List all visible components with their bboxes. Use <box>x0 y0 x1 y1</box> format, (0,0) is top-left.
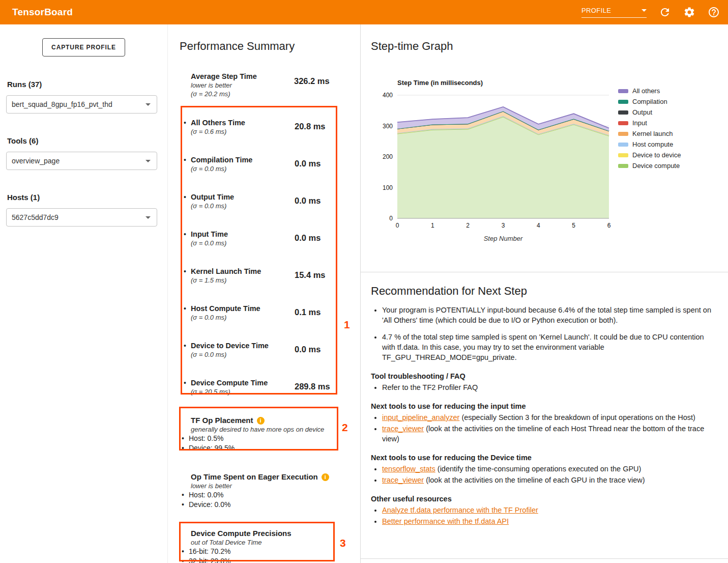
rec-section-list: input_pipeline_analyzer (especially Sect… <box>371 412 714 444</box>
bullet-icon <box>184 119 191 150</box>
info-icon[interactable] <box>322 473 329 481</box>
help-icon[interactable] <box>708 6 720 18</box>
metric-value: 0.1 ms <box>295 304 339 335</box>
info-icon[interactable] <box>257 417 265 425</box>
runs-group: Runs (37) bert_squad_8gpu_fp16_pvt_thd <box>6 79 157 114</box>
dashboard-select[interactable]: PROFILE <box>581 7 647 18</box>
legend-item: Host compute <box>618 139 681 150</box>
rec-item: Refer to the TF2 Profiler FAQ <box>382 382 714 392</box>
runs-select[interactable]: bert_squad_8gpu_fp16_pvt_thd <box>6 95 157 114</box>
rec-section-list: tensorflow_stats (identify the time-cons… <box>371 464 714 485</box>
host-percent: Host: 0.0% <box>189 490 223 500</box>
device-compute-precisions-note: out of Total Device Time <box>191 538 360 547</box>
performance-summary-panel: Performance Summary Average Step Time lo… <box>168 24 360 563</box>
legend-label: Device to device <box>632 151 681 159</box>
tf-op-placement-note: generally desired to have more ops on de… <box>191 425 360 434</box>
rec-section-heading: Next tools to use for reducing the Devic… <box>371 453 714 463</box>
tensorflow-stats-link[interactable]: tensorflow_stats <box>382 465 435 473</box>
metric-label: Device Compute Time <box>191 379 295 387</box>
precision-16bit: 16-bit: 70.2% <box>189 547 231 556</box>
metric-label: Device to Device Time <box>191 342 295 350</box>
legend-swatch <box>618 143 628 147</box>
recommendation-text: 4.7 % of the total step time sampled is … <box>382 333 704 361</box>
metric-row: Kernel Launch Time (σ = 1.5 ms) 15.4 ms <box>180 261 339 298</box>
app-title: TensorBoard <box>12 7 73 18</box>
metric-value: 20.8 ms <box>295 119 339 150</box>
settings-gear-icon[interactable] <box>683 6 695 18</box>
eager-execution-note: lower is better <box>191 482 360 490</box>
bullet-icon <box>184 230 191 261</box>
metric-row: Host Compute Time (σ = 0.0 ms) 0.1 ms <box>180 298 339 335</box>
bullet-icon <box>182 500 189 510</box>
recommendation-text: Your program is POTENTIALLY input-bound … <box>382 306 711 324</box>
bullet-icon <box>182 547 189 556</box>
hosts-select[interactable]: 5627c5dd7dc9 <box>6 208 157 227</box>
refresh-icon[interactable] <box>659 6 671 18</box>
tf-op-placement-title: TF Op Placement <box>191 416 253 425</box>
step-time-graph-title: Step-time Graph <box>371 40 716 53</box>
svg-text:4: 4 <box>537 222 540 229</box>
metric-sigma: (σ = 0.0 ms) <box>191 350 295 359</box>
metric-value: 15.4 ms <box>295 267 339 298</box>
svg-text:0: 0 <box>389 215 393 222</box>
rec-section-heading: Other useful resources <box>371 494 714 504</box>
tools-select[interactable]: overview_page <box>6 152 157 170</box>
legend-item: Input <box>618 118 681 128</box>
svg-text:0: 0 <box>396 222 399 229</box>
tool-troubleshooting-section: Tool troubleshooting / FAQ Refer to the … <box>371 371 714 392</box>
eager-execution: Op Time Spent on Eager Execution lower i… <box>180 472 360 510</box>
legend-label: Host compute <box>632 140 673 148</box>
rec-item-text: (look at the activities on the timeline … <box>382 425 704 443</box>
legend-item: Device compute <box>618 160 681 171</box>
input-pipeline-analyzer-link[interactable]: input_pipeline_analyzer <box>382 413 459 421</box>
metric-sigma: (σ = 20.5 ms) <box>191 387 295 396</box>
step-time-chart-svg: 01002003004000123456Step Number <box>378 90 617 244</box>
metric-row: Device Compute Time (σ = 20.5 ms) 289.8 … <box>180 373 339 410</box>
metric-label: Output Time <box>191 193 295 202</box>
rec-item: Better performance with the tf.data API <box>382 516 714 526</box>
rec-item-text: (look at the activities on the timeline … <box>424 476 645 484</box>
metric-value: 0.0 ms <box>295 342 339 373</box>
svg-text:100: 100 <box>383 184 393 191</box>
metric-value: 0.0 ms <box>295 230 339 261</box>
input-time-tools-section: Next tools to use for reducing the input… <box>371 401 714 444</box>
tfdata-api-link[interactable]: Better performance with the tf.data API <box>382 517 509 525</box>
svg-text:6: 6 <box>607 222 611 229</box>
legend-item: Device to device <box>618 150 681 160</box>
bullet-icon <box>184 193 191 224</box>
legend-label: Kernel launch <box>632 130 673 137</box>
rec-section-heading: Tool troubleshooting / FAQ <box>371 371 714 381</box>
metric-sigma: (σ = 0.6 ms) <box>191 127 295 136</box>
bullet-icon <box>182 443 189 453</box>
svg-text:200: 200 <box>383 153 393 160</box>
list-item: Host: 0.5% <box>182 434 360 443</box>
legend-swatch <box>618 110 628 115</box>
tools-label: Tools (6) <box>7 136 157 146</box>
legend-label: Device compute <box>632 162 680 170</box>
recommendation-bullet: 4.7 % of the total step time sampled is … <box>382 332 714 362</box>
rec-item: tensorflow_stats (identify the time-cons… <box>382 464 714 474</box>
capture-profile-button[interactable]: CAPTURE PROFILE <box>42 38 125 57</box>
chevron-down-icon <box>642 9 647 12</box>
trace-viewer-link[interactable]: trace_viewer <box>382 476 424 484</box>
metric-row: Input Time (σ = 0.0 ms) 0.0 ms <box>180 224 339 261</box>
legend-item: Output <box>618 107 681 118</box>
recommendation-bullet: Your program is POTENTIALLY input-bound … <box>382 305 714 325</box>
other-resources-section: Other useful resources Analyze tf.data p… <box>371 494 714 526</box>
legend-item: Kernel launch <box>618 128 681 139</box>
app-header: TensorBoard PROFILE <box>0 0 728 24</box>
chart-title: Step Time (in milliseconds) <box>397 78 617 87</box>
tfdata-performance-link[interactable]: Analyze tf.data performance with the TF … <box>382 506 538 514</box>
legend-label: All others <box>632 87 660 95</box>
metric-row: Device to Device Time (σ = 0.0 ms) 0.0 m… <box>180 335 339 373</box>
trace-viewer-link[interactable]: trace_viewer <box>382 425 424 433</box>
device-compute-precisions-title: Device Compute Precisions <box>191 529 292 538</box>
rec-item: Analyze tf.data performance with the TF … <box>382 505 714 515</box>
metric-label: Kernel Launch Time <box>191 267 295 276</box>
legend-label: Compilation <box>632 98 667 105</box>
avg-step-time-label: Average Step Time <box>191 72 294 81</box>
bullet-icon <box>182 490 189 500</box>
svg-text:2: 2 <box>466 222 470 229</box>
precision-32bit: 32-bit: 29.8% <box>189 556 231 563</box>
chart-legend: All othersCompilationOutputInputKernel l… <box>618 86 681 244</box>
